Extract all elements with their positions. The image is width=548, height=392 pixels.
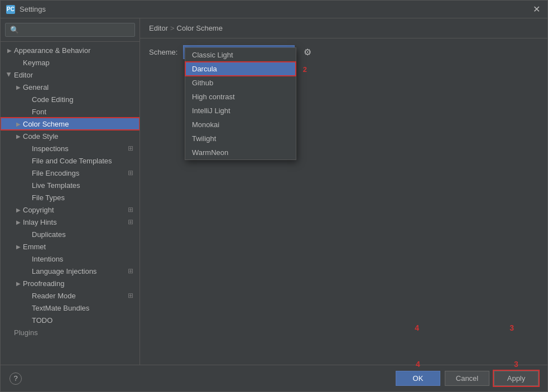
settings-tree: ▶ Appearance & Behavior Keymap ▶ Editor …	[1, 42, 140, 365]
annotation-3-inline: 3	[514, 360, 518, 369]
arrow-spacer-rm	[23, 291, 32, 300]
arrow-spacer-todo	[23, 316, 32, 325]
dropdown-high-contrast[interactable]: High contrast	[185, 90, 296, 104]
settings-icon-copyright: ⊞	[126, 205, 135, 214]
arrow-spacer-pl	[5, 328, 14, 337]
main-content: ▶ Appearance & Behavior Keymap ▶ Editor …	[1, 18, 547, 365]
sidebar-item-font[interactable]: Font	[1, 105, 140, 118]
sidebar-item-file-types[interactable]: File Types	[1, 191, 140, 204]
sidebar-item-duplicates[interactable]: Duplicates	[1, 228, 140, 240]
sidebar-item-live-templates[interactable]: Live Templates	[1, 179, 140, 191]
sidebar-item-file-encodings[interactable]: File Encodings ⊞	[1, 167, 140, 179]
sidebar-item-color-scheme[interactable]: ▶ Color Scheme 1	[1, 118, 140, 130]
arrow-spacer-fe	[23, 168, 32, 177]
action-buttons: 4 OK Cancel 3 Apply	[396, 371, 539, 386]
arrow-icon-cp: ▶	[14, 205, 23, 214]
annotation-3: 3	[509, 323, 514, 332]
app-icon: PC	[6, 5, 15, 14]
sidebar-item-plugins[interactable]: Plugins	[1, 326, 140, 338]
gear-button[interactable]: ⚙	[300, 46, 315, 59]
annotation-4: 4	[415, 323, 419, 332]
right-panel: Editor > Color Scheme Scheme: Classic Li…	[140, 18, 547, 365]
sidebar: ▶ Appearance & Behavior Keymap ▶ Editor …	[1, 18, 140, 365]
annotation-4-inline: 4	[416, 360, 420, 369]
sidebar-item-inspections[interactable]: Inspections ⊞	[1, 142, 140, 154]
sidebar-item-appearance[interactable]: ▶ Appearance & Behavior	[1, 44, 140, 56]
scheme-label: Scheme:	[149, 48, 177, 56]
bottom-bar: ? 4 OK Cancel 3 Apply	[1, 365, 547, 391]
arrow-spacer-int	[23, 254, 32, 263]
sidebar-item-editor[interactable]: ▶ Editor	[1, 69, 140, 81]
cancel-button[interactable]: Cancel	[445, 371, 489, 386]
title-bar: PC Settings ✕	[1, 1, 547, 18]
ok-button[interactable]: OK	[396, 371, 440, 386]
arrow-spacer-ft	[23, 193, 32, 202]
sidebar-item-language-injections[interactable]: Language Injections ⊞	[1, 265, 140, 277]
arrow-spacer-fct	[23, 156, 32, 165]
arrow-spacer-ce	[23, 95, 32, 104]
settings-icon-inspections: ⊞	[126, 144, 135, 153]
annotation-2: 2	[303, 65, 307, 73]
settings-icon-encodings: ⊞	[126, 168, 135, 177]
settings-icon-inlay: ⊞	[126, 217, 135, 226]
sidebar-item-copyright[interactable]: ▶ Copyright ⊞	[1, 204, 140, 216]
sidebar-item-emmet[interactable]: ▶ Emmet	[1, 240, 140, 253]
sidebar-item-general[interactable]: ▶ General	[1, 81, 140, 93]
arrow-spacer-dup	[23, 230, 32, 239]
dropdown-warmneon[interactable]: WarmNeon	[185, 146, 296, 159]
arrow-spacer-insp	[23, 144, 32, 153]
sidebar-item-code-editing[interactable]: Code Editing	[1, 93, 140, 105]
ok-wrap: 4 OK	[396, 371, 440, 386]
arrow-icon: ▶	[5, 46, 14, 55]
sidebar-item-code-style[interactable]: ▶ Code Style	[1, 130, 140, 142]
help-area: ?	[9, 372, 22, 385]
sidebar-item-proofreading[interactable]: ▶ Proofreading	[1, 277, 140, 289]
arrow-icon-pr: ▶	[14, 279, 23, 288]
dropdown-classic-light[interactable]: Classic Light	[185, 48, 296, 62]
search-input[interactable]	[5, 23, 135, 37]
arrow-spacer-tm	[23, 303, 32, 312]
dropdown-github[interactable]: Github	[185, 76, 296, 90]
breadcrumb-editor: Editor	[149, 24, 168, 32]
breadcrumb-color-scheme: Color Scheme	[177, 24, 223, 32]
arrow-icon-ih: ▶	[14, 217, 23, 226]
sidebar-item-keymap[interactable]: Keymap	[1, 56, 140, 69]
window-title: Settings	[20, 5, 531, 13]
apply-wrap: 3 Apply	[494, 371, 539, 386]
breadcrumb-sep: >	[170, 24, 175, 32]
settings-window: PC Settings ✕ ▶ Appearance & Behavior Ke…	[0, 0, 548, 392]
sidebar-item-intentions[interactable]: Intentions	[1, 253, 140, 265]
dropdown-darcula[interactable]: Darcula 2	[185, 62, 296, 76]
arrow-icon-general: ▶	[14, 83, 23, 91]
sidebar-item-textmate[interactable]: TextMate Bundles	[1, 302, 140, 314]
arrow-icon-cs: ▶	[14, 119, 23, 128]
arrow-spacer	[14, 58, 23, 67]
apply-button[interactable]: Apply	[494, 371, 539, 386]
settings-icon-rm: ⊞	[126, 291, 135, 300]
arrow-icon-em: ▶	[14, 242, 23, 251]
arrow-icon-editor: ▶	[5, 70, 14, 79]
dropdown-monokai[interactable]: Monokai	[185, 118, 296, 132]
sidebar-item-file-code-templates[interactable]: File and Code Templates	[1, 154, 140, 167]
settings-icon-li: ⊞	[126, 267, 135, 275]
dropdown-intellij-light[interactable]: IntelliJ Light	[185, 104, 296, 118]
arrow-icon-cstyle: ▶	[14, 132, 23, 141]
arrow-spacer-font	[23, 107, 32, 116]
close-button[interactable]: ✕	[531, 4, 542, 15]
breadcrumb: Editor > Color Scheme	[140, 18, 547, 38]
sidebar-item-todo[interactable]: TODO	[1, 314, 140, 326]
search-box	[1, 18, 140, 42]
sidebar-item-reader-mode[interactable]: Reader Mode ⊞	[1, 289, 140, 302]
sidebar-item-inlay-hints[interactable]: ▶ Inlay Hints ⊞	[1, 216, 140, 228]
help-button[interactable]: ?	[9, 372, 22, 385]
arrow-spacer-lt	[23, 181, 32, 190]
dropdown-twilight[interactable]: Twilight	[185, 132, 296, 146]
arrow-spacer-li	[23, 267, 32, 275]
scheme-dropdown: Classic Light Darcula 2 Github High cont…	[185, 47, 296, 160]
